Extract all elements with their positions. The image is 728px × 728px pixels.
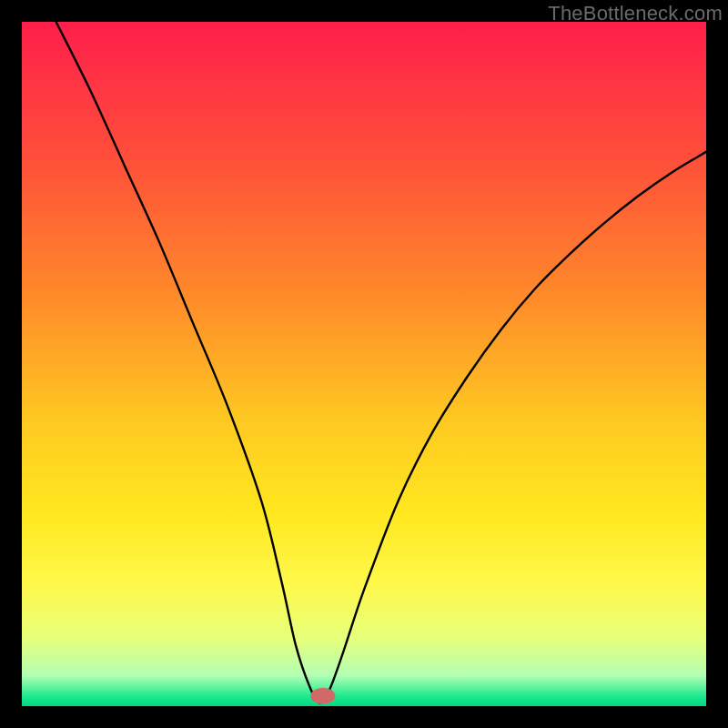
chart-background [22, 22, 706, 706]
bottleneck-chart [22, 22, 706, 706]
chart-frame: TheBottleneck.com [0, 0, 728, 728]
plot-area [22, 22, 706, 706]
optimum-marker [310, 688, 335, 704]
